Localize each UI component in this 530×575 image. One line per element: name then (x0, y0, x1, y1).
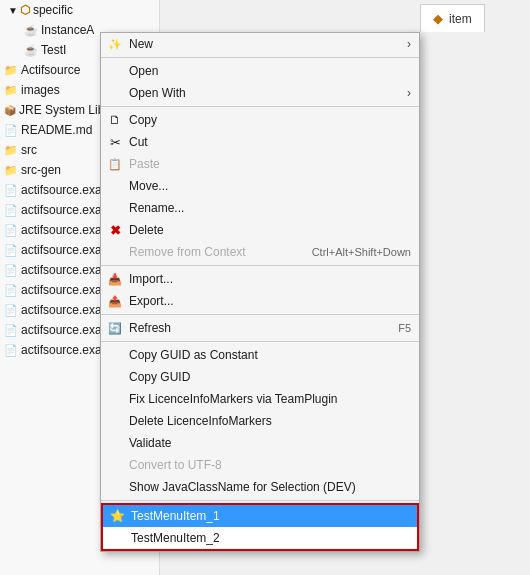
shortcut-remove: Ctrl+Alt+Shift+Down (292, 246, 411, 258)
menu-item-copy[interactable]: 🗋 Copy (101, 109, 419, 131)
import-icon: 📥 (107, 271, 123, 287)
delete-icon: ✖ (107, 222, 123, 238)
diamond-icon: ◆ (433, 11, 443, 26)
tree-item[interactable]: ▼ ⬡ specific (0, 0, 159, 20)
menu-item-show-javaclassname[interactable]: Show JavaClassName for Selection (DEV) (101, 476, 419, 498)
shortcut-refresh: F5 (378, 322, 411, 334)
menu-item-import[interactable]: 📥 Import... (101, 268, 419, 290)
menu-separator (101, 500, 419, 501)
tab-bar: ◆ item (160, 0, 530, 32)
cut-icon: ✂ (107, 134, 123, 150)
menu-item-testmenuitem1[interactable]: ⭐ TestMenuItem_1 (103, 505, 417, 527)
paste-icon: 📋 (107, 156, 123, 172)
export-icon: 📤 (107, 293, 123, 309)
menu-item-refresh[interactable]: 🔄 Refresh F5 (101, 317, 419, 339)
submenu-arrow: › (407, 37, 411, 51)
menu-item-fix-licence[interactable]: Fix LicenceInfoMarkers via TeamPlugin (101, 388, 419, 410)
menu-item-open[interactable]: Open (101, 60, 419, 82)
menu-separator (101, 341, 419, 342)
menu-item-delete[interactable]: ✖ Delete (101, 219, 419, 241)
menu-item-paste[interactable]: 📋 Paste (101, 153, 419, 175)
menu-item-new[interactable]: New › (101, 33, 419, 55)
copy-icon: 🗋 (107, 112, 123, 128)
menu-item-move[interactable]: Move... (101, 175, 419, 197)
menu-item-convert-utf8[interactable]: Convert to UTF-8 (101, 454, 419, 476)
new-icon (107, 36, 123, 52)
star-icon: ⭐ (109, 508, 125, 524)
tab-label: item (449, 12, 472, 26)
menu-item-validate[interactable]: Validate (101, 432, 419, 454)
menu-item-export[interactable]: 📤 Export... (101, 290, 419, 312)
menu-separator (101, 106, 419, 107)
item-tab[interactable]: ◆ item (420, 4, 485, 32)
menu-item-copy-guid[interactable]: Copy GUID (101, 366, 419, 388)
menu-item-open-with[interactable]: Open With › (101, 82, 419, 104)
menu-item-rename[interactable]: Rename... (101, 197, 419, 219)
highlighted-section: ⭐ TestMenuItem_1 TestMenuItem_2 (101, 503, 419, 551)
context-menu: New › Open Open With › 🗋 Copy ✂ Cut 📋 Pa… (100, 32, 420, 552)
menu-separator (101, 57, 419, 58)
menu-separator (101, 314, 419, 315)
menu-item-testmenuitem2[interactable]: TestMenuItem_2 (103, 527, 417, 549)
refresh-icon: 🔄 (107, 320, 123, 336)
menu-item-remove-context[interactable]: Remove from Context Ctrl+Alt+Shift+Down (101, 241, 419, 263)
menu-item-copy-guid-const[interactable]: Copy GUID as Constant (101, 344, 419, 366)
menu-item-delete-licence[interactable]: Delete LicenceInfoMarkers (101, 410, 419, 432)
menu-separator (101, 265, 419, 266)
menu-item-cut[interactable]: ✂ Cut (101, 131, 419, 153)
submenu-arrow-openwith: › (407, 86, 411, 100)
